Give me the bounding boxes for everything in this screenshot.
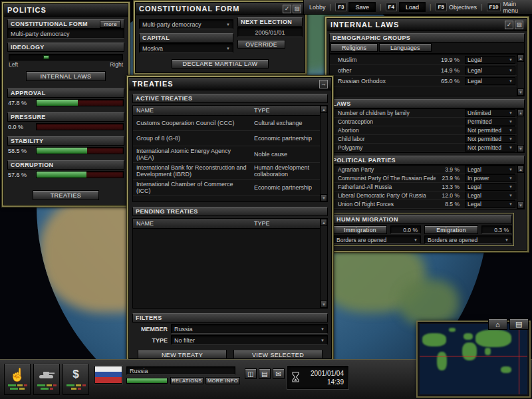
treaty-type: Noble cause [251, 151, 320, 158]
new-treaty-button[interactable]: NEW TREATY [138, 350, 227, 359]
more-button[interactable]: more [100, 21, 121, 28]
party-row[interactable]: Agrarian Party3.9 %Legal▼ [330, 166, 517, 174]
minimap-map[interactable] [420, 324, 527, 394]
internal-laws-button[interactable]: INTERNAL LAWS [26, 71, 106, 81]
scroll-up-button[interactable]: ▲ [321, 219, 327, 226]
menu-item-objectives[interactable]: F5Objectives [436, 3, 477, 11]
scroll-up-button[interactable]: ▲ [517, 55, 524, 62]
column-type[interactable]: TYPE [251, 107, 320, 114]
religion-row-dropdown[interactable]: Legal▼ [465, 77, 515, 85]
party-row[interactable]: Fatherland-All Russia13.3 %Legal▼ [330, 183, 517, 192]
column-type[interactable]: TYPE [251, 220, 320, 227]
treaty-row[interactable]: International Chamber of Commerce (ICC)E… [133, 180, 320, 196]
treaty-row[interactable]: International Atomic Energy Agency (IAEA… [133, 146, 320, 163]
constitutional-form-titlebar[interactable]: CONSTITUTIONAL FORM ✓ ▨ [136, 3, 305, 15]
treaties-button[interactable]: TREATIES [33, 190, 99, 200]
scrollbar[interactable]: ▲ ▼ [517, 166, 524, 209]
law-row-dropdown[interactable]: Permitted▼ [465, 118, 515, 126]
law-row-dropdown[interactable]: Not permitted▼ [465, 126, 515, 134]
scroll-down-button[interactable]: ▼ [321, 301, 327, 308]
religion-row[interactable]: Muslim19.9 %Legal▼ [330, 55, 517, 65]
party-row-dropdown[interactable]: In power▼ [465, 174, 515, 182]
detach-icon[interactable]: → [319, 80, 328, 88]
column-name[interactable]: NAME [133, 220, 251, 227]
economy-mode-button[interactable]: $ [63, 364, 89, 395]
party-row-dropdown[interactable]: Legal▼ [465, 192, 515, 200]
tray-icon-button[interactable]: ▤ [259, 368, 271, 379]
religion-row-dropdown[interactable]: Legal▼ [465, 56, 515, 64]
religion-row[interactable]: Russian Orthodox65.0 %Legal▼ [330, 76, 517, 86]
scroll-up-button[interactable]: ▲ [517, 109, 524, 116]
treaty-row[interactable]: International Bank for Reconstruction an… [133, 163, 320, 180]
world-minimap[interactable] [418, 322, 529, 396]
menu-item-load[interactable]: F4Load [386, 2, 426, 12]
law-row[interactable]: AbortionNot permitted▼ [330, 126, 517, 135]
panel-dock-button[interactable]: ▤ [509, 319, 529, 330]
chevron-down-icon: ▼ [509, 79, 513, 83]
pin-icon[interactable]: ✓ [505, 21, 513, 29]
menu-item-lobby[interactable]: Lobby [309, 4, 326, 11]
ideology-slider[interactable] [9, 54, 123, 61]
menu-item-save[interactable]: F3Save [335, 2, 376, 12]
treaty-row[interactable]: Customs Cooperation Council (CCC)Cultura… [133, 116, 320, 131]
ideology-slider-thumb[interactable] [43, 55, 49, 59]
law-row[interactable]: PolygamyNot permitted▼ [330, 144, 517, 152]
override-button[interactable]: OVERRIDE [237, 40, 285, 49]
law-row-dropdown[interactable]: Not permitted▼ [465, 135, 515, 143]
view-selected-button[interactable]: VIEW SELECTED [233, 350, 323, 359]
law-row-dropdown[interactable]: Unlimited▼ [465, 109, 515, 117]
scroll-down-button[interactable]: ▼ [517, 145, 524, 152]
politics-titlebar[interactable]: POLITICS [4, 4, 128, 17]
scrollbar[interactable]: ▲ ▼ [320, 219, 327, 308]
religion-row-dropdown[interactable]: Legal▼ [465, 66, 515, 74]
scrollbar[interactable]: ▲ ▼ [517, 109, 524, 152]
emigration-policy-dropdown[interactable]: Borders are opened ▼ [424, 235, 512, 244]
scroll-up-button[interactable]: ▲ [321, 106, 327, 113]
tab-languages[interactable]: Languages [379, 43, 432, 52]
party-row-dropdown[interactable]: Legal▼ [465, 200, 515, 208]
scroll-up-button[interactable]: ▲ [517, 166, 524, 173]
relations-button[interactable]: RELATIONS [170, 377, 203, 384]
member-filter-dropdown[interactable]: Russia ▼ [171, 324, 328, 334]
law-row[interactable]: Child laborNot permitted▼ [330, 135, 517, 144]
window-icon-button[interactable]: ◫ [245, 368, 257, 379]
capital-dropdown[interactable]: Moskva ▼ [139, 43, 233, 53]
party-row[interactable]: Liberal Democratic Party Of Russia12.0 %… [330, 192, 517, 200]
treaties-titlebar[interactable]: TREATIES → [129, 78, 331, 90]
military-mode-button[interactable] [33, 364, 60, 395]
type-filter-dropdown[interactable]: No filter ▼ [171, 335, 328, 345]
column-name[interactable]: NAME [133, 107, 251, 114]
law-row-name: Abortion [330, 127, 465, 134]
government-form-dropdown[interactable]: Multi-party democracy ▼ [139, 19, 233, 29]
party-row[interactable]: Union Of Right Forces8.5 %Legal▼ [330, 200, 517, 209]
scroll-down-button[interactable]: ▼ [517, 201, 524, 209]
religion-row-percent: 14.9 % [436, 67, 465, 74]
law-row[interactable]: ContraceptionPermitted▼ [330, 118, 517, 126]
home-icon-button[interactable]: ⌂ [488, 319, 507, 330]
scrollbar[interactable]: ▲ ▼ [320, 106, 327, 201]
declare-martial-law-button[interactable]: DECLARE MARTIAL LAW [172, 59, 269, 68]
internal-laws-titlebar[interactable]: INTERNAL LAWS ✓ ▨ [327, 19, 527, 31]
tab-religions[interactable]: Religions [331, 43, 378, 52]
religion-row[interactable]: other14.9 %Legal▼ [330, 65, 517, 76]
party-row-dropdown[interactable]: Legal▼ [465, 166, 515, 174]
party-row-dropdown[interactable]: Legal▼ [465, 183, 515, 191]
demographic-groups-header: DEMOGRAPHIC GROUPS [329, 33, 525, 43]
more-info-button[interactable]: MORE INFO [205, 377, 240, 384]
scrollbar[interactable]: ▲ ▼ [517, 55, 524, 96]
scroll-down-button[interactable]: ▼ [321, 194, 327, 201]
politics-mode-button[interactable]: ☝ [4, 364, 31, 395]
chevron-down-icon: ▼ [509, 120, 513, 124]
law-row[interactable]: Number of children by familyUnlimited▼ [330, 109, 517, 118]
close-icon[interactable]: ▨ [515, 21, 523, 29]
close-icon[interactable]: ▨ [293, 5, 301, 13]
mail-icon-button[interactable]: ✉ [273, 368, 285, 379]
party-row[interactable]: Communist Party Of The Russian Feder23.9… [330, 174, 517, 183]
treaty-row[interactable]: Group of 8 (G-8)Economic partnership [133, 131, 320, 146]
law-row-dropdown[interactable]: Not permitted▼ [465, 144, 515, 152]
menu-item-main-menu[interactable]: F10Main menu [487, 1, 527, 14]
pin-icon[interactable]: ✓ [283, 5, 291, 13]
treaty-name: International Chamber of Commerce (ICC) [133, 181, 251, 194]
immigration-policy-dropdown[interactable]: Borders are opened ▼ [333, 235, 421, 244]
scroll-down-button[interactable]: ▼ [517, 88, 524, 96]
